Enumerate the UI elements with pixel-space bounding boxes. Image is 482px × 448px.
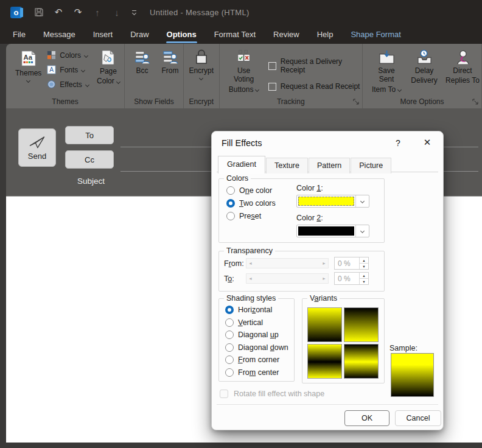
- slider-right-arrow-icon[interactable]: ►: [320, 261, 328, 265]
- tab-shape-format[interactable]: Shape Format: [350, 27, 401, 41]
- cancel-button[interactable]: Cancel: [395, 410, 441, 426]
- radio-preset-label: Preset: [239, 212, 261, 220]
- chevron-down-icon: [360, 229, 365, 233]
- transparency-to-slider[interactable]: ◄ ►: [246, 273, 329, 284]
- radio-horizontal-label: Horizontal: [238, 306, 272, 314]
- radio-two-colors[interactable]: Two colors: [226, 199, 276, 208]
- transparency-from-slider[interactable]: ◄ ►: [246, 258, 329, 268]
- direct-replies-label-line2: Replies To: [445, 76, 480, 85]
- spin-up-icon[interactable]: ▲: [360, 273, 368, 279]
- subject-label: Subject: [77, 177, 105, 186]
- variant-tile-1[interactable]: [307, 307, 342, 342]
- tab-message[interactable]: Message: [43, 27, 76, 41]
- transparency-to-spinner[interactable]: 0 % ▲▼: [334, 272, 369, 285]
- dialog-tab-picture[interactable]: Picture: [351, 158, 391, 173]
- transparency-to-label: To:: [224, 275, 234, 283]
- ribbon-group-show-fields: Bcc From Show Fields: [125, 44, 184, 108]
- slider-left-arrow-icon[interactable]: ◄: [246, 276, 254, 281]
- checkbox-icon: [268, 83, 276, 91]
- fonts-button[interactable]: A Fonts: [47, 65, 88, 74]
- direct-replies-icon: [455, 49, 470, 65]
- rotate-fill-checkbox: Rotate fill effect with shape: [220, 390, 324, 398]
- radio-icon: [225, 368, 234, 377]
- transparency-to-value[interactable]: 0 %: [335, 273, 359, 284]
- customize-qat-icon[interactable]: [132, 10, 136, 15]
- delay-delivery-label-line1: Delay: [415, 66, 434, 75]
- effects-button[interactable]: Effects: [47, 80, 88, 89]
- colors-button-label: Colors: [60, 51, 81, 60]
- save-icon[interactable]: [33, 7, 44, 18]
- tab-format-text[interactable]: Format Text: [214, 27, 256, 41]
- colors-group-label: Colors: [224, 174, 251, 183]
- color1-dropdown-button[interactable]: [355, 195, 369, 207]
- to-button[interactable]: To: [65, 126, 114, 144]
- lock-icon: [194, 49, 209, 65]
- radio-icon: [225, 343, 234, 352]
- variant-tile-4[interactable]: [344, 344, 379, 379]
- tab-review[interactable]: Review: [273, 27, 300, 41]
- transparency-from-spinner[interactable]: 0 % ▲▼: [334, 257, 369, 270]
- color2-dropdown-button[interactable]: [355, 225, 369, 237]
- slider-right-arrow-icon[interactable]: ►: [320, 276, 328, 281]
- tab-options[interactable]: Options: [166, 27, 197, 41]
- titlebar: o ↶ ↷ ↑ ↓ Untitled - Message (HTML): [0, 0, 482, 24]
- redo-icon[interactable]: ↷: [72, 7, 83, 18]
- undo-icon[interactable]: ↶: [53, 7, 64, 18]
- checkbox-icon: [268, 62, 276, 70]
- transparency-from-value[interactable]: 0 %: [335, 257, 359, 269]
- radio-selected-icon: [225, 306, 234, 314]
- read-receipt-checkbox[interactable]: Request a Read Receipt: [268, 82, 362, 91]
- dialog-title: Fill Effects: [222, 138, 262, 148]
- chevron-down-icon: [26, 79, 30, 83]
- cc-button[interactable]: Cc: [65, 150, 114, 169]
- dialog-tab-texture[interactable]: Texture: [266, 158, 308, 173]
- transparency-from-label: From:: [224, 259, 244, 268]
- radio-from-center[interactable]: From center: [225, 368, 279, 377]
- tab-draw[interactable]: Draw: [130, 27, 149, 41]
- tab-file[interactable]: File: [12, 27, 26, 41]
- more-options-dialog-launcher-icon[interactable]: [472, 99, 479, 105]
- radio-horizontal[interactable]: Horizontal: [225, 306, 272, 314]
- chevron-down-icon: [85, 82, 89, 86]
- delay-delivery-icon: [416, 49, 433, 65]
- radio-from-corner[interactable]: From corner: [225, 355, 279, 364]
- from-button-label: From: [162, 66, 179, 75]
- radio-one-color[interactable]: One color: [226, 186, 272, 195]
- dialog-tab-pattern[interactable]: Pattern: [309, 158, 350, 173]
- radio-vertical[interactable]: Vertical: [225, 318, 263, 327]
- active-tab-indicator: [166, 41, 197, 43]
- radio-diagonal-up[interactable]: Diagonal up: [225, 331, 279, 339]
- spin-up-icon[interactable]: ▲: [360, 257, 368, 264]
- variant-tile-2[interactable]: [344, 307, 379, 342]
- variant-tile-3[interactable]: [307, 344, 342, 379]
- ribbon-group-encrypt: Encrypt Encrypt: [184, 44, 220, 108]
- spin-down-icon[interactable]: ▼: [360, 264, 368, 269]
- colors-groupbox: Colors One color Two colors Preset Color…: [218, 178, 385, 243]
- dialog-tabs: Gradient Texture Pattern Picture: [218, 156, 392, 173]
- spin-down-icon[interactable]: ▼: [360, 279, 368, 284]
- colors-button[interactable]: Colors: [47, 51, 88, 60]
- chevron-down-icon: [397, 88, 402, 92]
- radio-icon: [225, 355, 234, 364]
- delivery-receipt-checkbox[interactable]: Request a Delivery Receipt: [268, 57, 362, 74]
- tab-insert[interactable]: Insert: [93, 27, 114, 41]
- help-icon[interactable]: ?: [393, 138, 403, 148]
- dialog-tab-gradient[interactable]: Gradient: [218, 156, 265, 173]
- tracking-dialog-launcher-icon[interactable]: [353, 99, 360, 105]
- close-icon[interactable]: ✕: [422, 137, 433, 148]
- sample-swatch: [391, 353, 434, 397]
- save-sent-folder-icon: [379, 49, 395, 65]
- color2-dropdown[interactable]: [296, 225, 369, 237]
- ok-button[interactable]: OK: [344, 410, 389, 426]
- color1-dropdown[interactable]: [296, 195, 369, 208]
- color1-swatch: [298, 197, 354, 206]
- radio-selected-icon: [226, 199, 235, 208]
- radio-preset[interactable]: Preset: [226, 212, 261, 220]
- slider-left-arrow-icon[interactable]: ◄: [246, 261, 254, 265]
- group-label-tracking: Tracking: [220, 97, 362, 106]
- radio-diagonal-down[interactable]: Diagonal down: [225, 343, 288, 352]
- checkbox-icon: [220, 390, 228, 398]
- send-button[interactable]: Send: [18, 128, 56, 167]
- tab-help[interactable]: Help: [316, 27, 334, 41]
- encrypt-button-label: Encrypt: [189, 66, 214, 75]
